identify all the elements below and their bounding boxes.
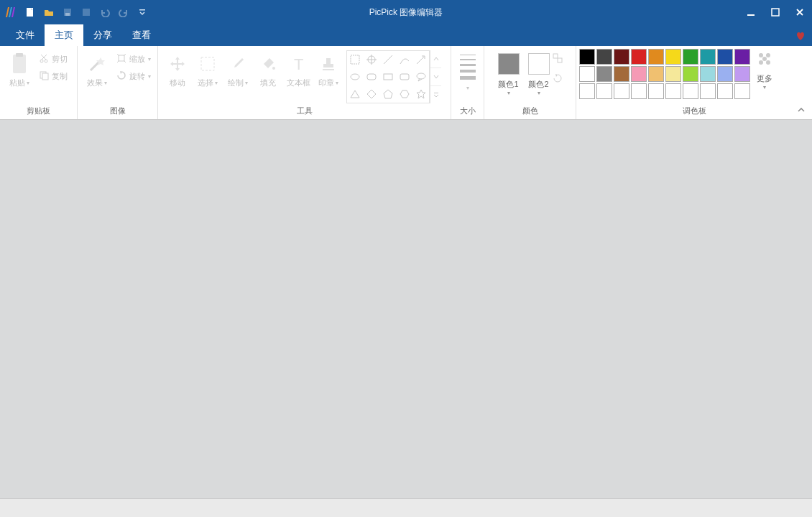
shape-hexagon-icon[interactable] — [396, 85, 412, 103]
minimize-button[interactable] — [739, 0, 763, 24]
fill-button[interactable]: 填充 — [253, 49, 283, 88]
open-folder-icon[interactable] — [40, 4, 57, 21]
palette-swatch-empty[interactable] — [717, 83, 733, 99]
color2-button[interactable]: 颜色2 ▾ — [528, 53, 550, 96]
svg-rect-4 — [139, 9, 145, 11]
menu-share[interactable]: 分享 — [83, 24, 122, 46]
text-button[interactable]: T 文本框 — [283, 49, 313, 88]
shapes-gallery[interactable] — [346, 50, 430, 103]
palette-swatch-empty[interactable] — [614, 83, 629, 99]
palette-swatch[interactable] — [648, 49, 664, 65]
cut-button[interactable]: 剪切 — [37, 52, 69, 66]
group-label-colors: 颜色 — [484, 104, 576, 119]
palette-swatch[interactable] — [734, 49, 750, 65]
size-button[interactable]: ▾ — [457, 49, 479, 91]
shapes-scroll-down[interactable] — [430, 68, 441, 86]
shape-freeselect-icon[interactable] — [347, 51, 364, 68]
save-icon[interactable] — [59, 4, 76, 21]
copy-button[interactable]: 复制 — [37, 69, 69, 83]
shape-triangle-icon[interactable] — [347, 85, 364, 103]
ribbon-collapse-button[interactable] — [795, 103, 808, 116]
palette-swatch[interactable] — [665, 66, 681, 82]
palette-swatch[interactable] — [579, 49, 595, 65]
shape-rect-icon[interactable] — [380, 68, 397, 85]
palette-swatch-empty[interactable] — [700, 83, 716, 99]
palette-swatch[interactable] — [717, 66, 733, 82]
window-title: PicPick 图像编辑器 — [369, 6, 443, 19]
palette-swatch[interactable] — [683, 49, 698, 65]
more-colors-icon — [756, 50, 773, 70]
paste-button[interactable]: 粘贴 ▾ — [4, 49, 34, 88]
svg-rect-19 — [323, 69, 334, 70]
palette-swatch[interactable] — [648, 66, 664, 82]
undo-icon[interactable] — [96, 4, 114, 21]
redo-icon[interactable] — [115, 4, 132, 21]
svg-point-33 — [766, 60, 770, 65]
palette-swatch-empty[interactable] — [734, 83, 750, 99]
palette-swatch[interactable] — [614, 66, 629, 82]
palette-swatch[interactable] — [717, 49, 733, 65]
color1-button[interactable]: 颜色1 ▾ — [498, 53, 520, 96]
draw-button[interactable]: 绘制 ▾ — [223, 49, 253, 88]
reset-colors-icon[interactable] — [553, 73, 563, 83]
palette-swatch[interactable] — [734, 66, 750, 82]
save-as-icon[interactable] — [78, 4, 95, 21]
palette-swatch[interactable] — [579, 66, 595, 82]
palette-swatch[interactable] — [596, 49, 612, 65]
palette-swatch[interactable] — [631, 66, 647, 82]
shape-callout-icon[interactable] — [412, 68, 429, 85]
menu-file[interactable]: 文件 — [6, 24, 45, 46]
svg-rect-2 — [65, 13, 70, 16]
qat-customize-icon[interactable] — [134, 4, 151, 21]
new-file-icon[interactable] — [22, 4, 39, 21]
select-button[interactable]: 选择 ▾ — [193, 49, 223, 88]
shape-diamond-icon[interactable] — [364, 85, 380, 103]
shapes-scroll-up[interactable] — [430, 50, 441, 68]
move-button[interactable]: 移动 — [162, 49, 193, 88]
shape-line-icon[interactable] — [380, 51, 397, 68]
svg-rect-6 — [772, 9, 779, 16]
maximize-button[interactable] — [763, 0, 788, 24]
shape-arrow-icon[interactable] — [412, 51, 429, 68]
palette-swatch-empty[interactable] — [665, 83, 681, 99]
more-colors-button[interactable]: 更多 ▾ — [753, 46, 779, 90]
shape-pentagon-icon[interactable] — [380, 85, 397, 103]
svg-rect-29 — [558, 58, 562, 62]
canvas-area[interactable] — [0, 120, 812, 498]
palette-swatch-empty[interactable] — [631, 83, 647, 99]
shape-target-icon[interactable] — [364, 51, 380, 68]
color2-swatch — [528, 53, 550, 75]
palette-swatch[interactable] — [700, 49, 716, 65]
shape-roundrect-icon[interactable] — [364, 68, 380, 85]
palette-swatch[interactable] — [614, 49, 629, 65]
menu-view[interactable]: 查看 — [122, 24, 161, 46]
palette-swatch[interactable] — [596, 66, 612, 82]
palette-swatch-empty[interactable] — [683, 83, 698, 99]
rotate-icon — [116, 70, 126, 82]
svg-point-34 — [762, 57, 767, 61]
stamp-button[interactable]: 印章 ▾ — [313, 49, 343, 88]
palette-swatch-empty[interactable] — [579, 83, 595, 99]
palette-swatch[interactable] — [683, 66, 698, 82]
swap-colors-icon[interactable] — [553, 53, 563, 63]
palette-swatch[interactable] — [631, 49, 647, 65]
palette-swatch[interactable] — [700, 66, 716, 82]
shape-roundrect2-icon[interactable] — [396, 68, 412, 85]
palette-swatch-empty[interactable] — [596, 83, 612, 99]
rotate-button[interactable]: 旋转 ▾ — [115, 69, 152, 83]
heart-icon[interactable] — [793, 29, 808, 43]
close-button[interactable] — [788, 0, 812, 24]
zoom-button[interactable]: 缩放 ▾ — [115, 52, 152, 66]
palette-swatch-empty[interactable] — [648, 83, 664, 99]
shape-star-icon[interactable] — [412, 85, 429, 103]
menu-home[interactable]: 主页 — [45, 24, 83, 46]
svg-point-15 — [272, 67, 275, 70]
ribbon: 粘贴 ▾ 剪切 复制 剪贴板 效果 ▾ 缩放 ▾ 旋转 ▾ 图像 — [0, 46, 812, 120]
shapes-expand[interactable] — [430, 86, 441, 103]
shape-ellipse-icon[interactable] — [347, 68, 364, 85]
menu-bar: 文件 主页 分享 查看 — [0, 24, 812, 46]
effects-button[interactable]: 效果 ▾ — [82, 49, 112, 88]
palette-swatch[interactable] — [665, 49, 681, 65]
svg-rect-14 — [201, 57, 214, 70]
shape-curve-icon[interactable] — [396, 51, 412, 68]
